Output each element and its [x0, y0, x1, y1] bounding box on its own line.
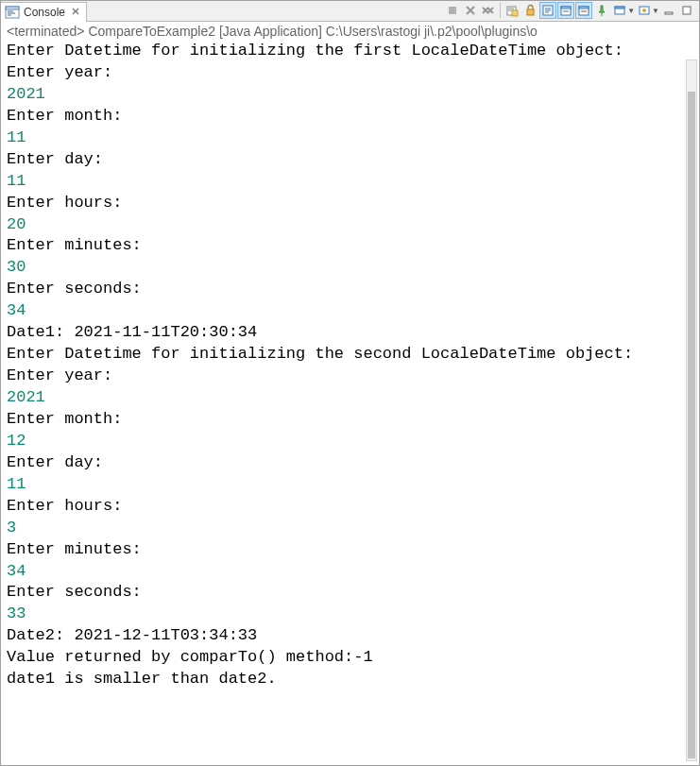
- console-output-line: Enter seconds:: [7, 279, 678, 300]
- display-selected-console-button[interactable]: [611, 2, 628, 19]
- clear-console-button[interactable]: [504, 2, 521, 19]
- console-output-line: Enter hours:: [7, 496, 678, 518]
- console-output-area: Enter Datetime for initializing the firs…: [1, 41, 699, 765]
- tab-console[interactable]: Console: [1, 2, 87, 22]
- show-on-stderr-button[interactable]: [575, 2, 592, 19]
- console-text[interactable]: Enter Datetime for initializing the firs…: [1, 41, 684, 690]
- tab-bar: Console: [1, 1, 699, 22]
- console-input-line: 34: [7, 561, 678, 583]
- console-input-line: 3: [7, 518, 678, 539]
- console-output-line: Enter day:: [7, 452, 678, 474]
- console-input-line: 30: [7, 257, 678, 279]
- toolbar-separator: [500, 3, 501, 18]
- console-output-line: Enter year:: [7, 366, 678, 387]
- console-output-line: Enter Datetime for initializing the firs…: [7, 41, 678, 62]
- word-wrap-button[interactable]: [539, 2, 556, 19]
- console-output-line: Enter month:: [7, 409, 678, 431]
- console-toolbar: ▼ ▼: [444, 2, 695, 19]
- svg-rect-18: [527, 9, 534, 15]
- svg-rect-36: [683, 7, 691, 14]
- remove-all-button[interactable]: [480, 2, 497, 19]
- console-output-line: Enter month:: [7, 106, 678, 128]
- console-input-line: 11: [7, 171, 678, 193]
- remove-launch-button[interactable]: [462, 2, 479, 19]
- console-input-line: 11: [7, 128, 678, 149]
- console-output-line: Enter day:: [7, 149, 678, 171]
- terminate-button[interactable]: [444, 2, 461, 19]
- dropdown-icon[interactable]: ▼: [652, 7, 659, 15]
- console-output-line: Enter minutes:: [7, 539, 678, 561]
- console-output-line: date1 is smaller than date2.: [7, 669, 678, 690]
- console-output-line: Enter minutes:: [7, 235, 678, 257]
- console-input-line: 33: [7, 604, 678, 625]
- console-input-line: 20: [7, 214, 678, 236]
- maximize-view-button[interactable]: [678, 2, 695, 19]
- console-output-line: Enter hours:: [7, 193, 678, 214]
- open-console-button[interactable]: [636, 2, 653, 19]
- console-output-line: Date1: 2021-11-11T20:30:34: [7, 322, 678, 344]
- terminated-info-line: <terminated> CompareToExample2 [Java App…: [1, 22, 699, 41]
- console-input-line: 12: [7, 431, 678, 452]
- console-output-line: Date2: 2021-12-11T03:34:33: [7, 625, 678, 647]
- console-output-line: Enter seconds:: [7, 582, 678, 604]
- pin-console-button[interactable]: [593, 2, 610, 19]
- scroll-lock-button[interactable]: [521, 2, 538, 19]
- svg-rect-7: [449, 7, 456, 14]
- svg-rect-35: [665, 12, 673, 14]
- console-output-line: Enter year:: [7, 62, 678, 84]
- svg-rect-1: [6, 7, 19, 9]
- svg-rect-17: [512, 10, 518, 16]
- svg-rect-24: [561, 7, 571, 9]
- minimize-view-button[interactable]: [660, 2, 677, 19]
- console-input-line: 2021: [7, 387, 678, 409]
- vertical-scrollbar[interactable]: [686, 60, 697, 761]
- console-output-line: Enter Datetime for initializing the seco…: [7, 344, 678, 366]
- svg-rect-27: [579, 7, 589, 9]
- svg-rect-31: [615, 7, 624, 9]
- dropdown-icon[interactable]: ▼: [627, 7, 635, 15]
- show-on-stdout-button[interactable]: [557, 2, 574, 19]
- console-input-line: 34: [7, 300, 678, 322]
- console-input-line: 11: [7, 474, 678, 496]
- console-output-line: Value returned by comparTo() method:-1: [7, 647, 678, 669]
- tab-label: Console: [24, 6, 65, 19]
- console-icon: [5, 6, 20, 19]
- scrollbar-thumb[interactable]: [688, 92, 695, 758]
- console-input-line: 2021: [7, 84, 678, 106]
- close-tab-icon[interactable]: [69, 6, 82, 19]
